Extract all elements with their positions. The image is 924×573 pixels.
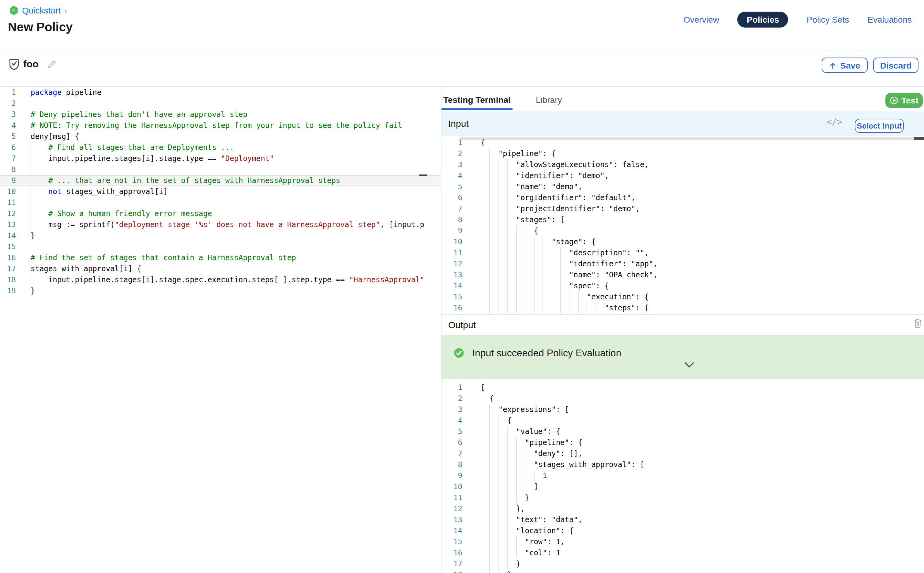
code-line: 17stages_with_approval[i] { [0,263,440,274]
code-line: 2 { [442,393,924,404]
indent-guide [516,492,517,503]
indent-guide [507,536,508,547]
indent-guide [525,291,525,302]
indent-guide [481,536,481,547]
line-number: 18 [442,569,462,573]
code-view-icon[interactable]: </> [827,117,842,127]
indent-guide [490,181,490,192]
code-line: 17 } [442,558,924,569]
line-content: "steps": [ [481,302,649,313]
edit-pencil-icon[interactable] [47,59,57,70]
indent-guide [490,459,490,470]
line-content: # NOTE: Try removing the HarnessApproval… [31,120,402,131]
line-number: 16 [442,302,462,313]
indent-guide [481,225,481,236]
indent-guide [481,514,481,525]
output-json-editor[interactable]: 1[2 {3 "expressions": [4 {5 "value": {6 … [442,382,924,573]
line-content: stages_with_approval[i] { [31,263,141,274]
indent-guide [507,525,508,536]
test-button[interactable]: Test [885,93,923,108]
discard-button[interactable]: Discard [873,58,918,73]
output-divider [442,314,924,315]
indent-guide [507,203,508,214]
line-content: { [481,393,494,404]
indent-guide [516,258,517,269]
indent-guide [31,164,31,175]
code-line: 13 "text": "data", [442,514,924,525]
chevron-down-icon[interactable] [684,362,694,368]
trash-icon[interactable] [914,318,922,328]
indent-guide [498,437,499,448]
line-content: "stages": [ [481,214,565,225]
indent-guide [569,291,570,302]
line-number: 13 [442,514,462,525]
indent-guide [498,536,499,547]
indent-guide [481,214,481,225]
indent-guide [498,503,499,514]
line-number: 11 [442,247,462,258]
code-line: 2 [0,98,440,109]
line-content: # Find all stages that are Deployments .… [31,142,234,153]
save-button[interactable]: Save [822,58,868,73]
indent-guide [516,459,517,470]
indent-guide [481,170,481,181]
indent-guide [481,236,481,247]
indent-guide [516,536,517,547]
indent-guide [551,258,552,269]
input-json-editor[interactable]: 1{2 "pipeline": {3 "allowStageExecutions… [442,137,924,314]
line-number: 14 [442,280,462,291]
indent-guide [525,236,525,247]
code-line: 13 "name": "OPA check", [442,269,924,280]
indent-guide [481,459,481,470]
indent-guide [542,291,543,302]
line-content: { [481,137,485,148]
indent-guide [490,503,490,514]
indent-guide [551,280,552,291]
line-number: 8 [442,214,462,225]
indent-guide [490,415,490,426]
nav-item-policies[interactable]: Policies [738,12,788,28]
indent-guide [481,437,481,448]
line-number: 7 [442,448,462,459]
line-content: "identifier": "demo", [481,170,609,181]
line-number: 9 [442,225,462,236]
indent-guide [534,291,534,302]
indent-guide [516,448,517,459]
indent-guide [534,470,534,481]
breadcrumb-project-link[interactable]: Quickstart [22,6,61,15]
nav-item-evaluations[interactable]: Evaluations [868,15,912,25]
indent-guide [31,186,31,197]
indent-guide [490,291,490,302]
nav-item-policy-sets[interactable]: Policy Sets [807,15,849,25]
indent-guide [490,148,490,159]
indent-guide [534,302,534,313]
indent-guide [551,247,552,258]
indent-guide [490,514,490,525]
line-number: 12 [0,208,16,219]
line-number: 2 [442,148,462,159]
line-number: 14 [442,525,462,536]
select-input-button[interactable]: Select Input [855,119,904,133]
nav-item-overview[interactable]: Overview [683,15,719,25]
code-line: 6 # Find all stages that are Deployments… [0,142,440,153]
policy-code-editor[interactable]: 1package pipeline23# Deny pipelines that… [0,87,440,296]
line-number: 2 [442,393,462,404]
line-number: 18 [0,274,16,285]
indent-guide [490,159,490,170]
line-number: 9 [0,175,16,186]
code-line: 4# NOTE: Try removing the HarnessApprova… [0,120,440,131]
indent-guide [516,481,517,492]
line-number: 4 [0,120,16,131]
indent-guide [481,302,481,313]
indent-guide [507,503,508,514]
indent-guide [560,291,561,302]
play-circle-icon [890,96,898,105]
line-number: 1 [0,87,16,98]
tab-testing-terminal[interactable]: Testing Terminal [442,95,512,110]
indent-guide [516,280,517,291]
code-line: 14 "spec": { [442,280,924,291]
tab-library[interactable]: Library [534,95,564,110]
editor-scroll-dash[interactable] [419,174,427,176]
indent-guide [498,481,499,492]
indent-guide [507,459,508,470]
